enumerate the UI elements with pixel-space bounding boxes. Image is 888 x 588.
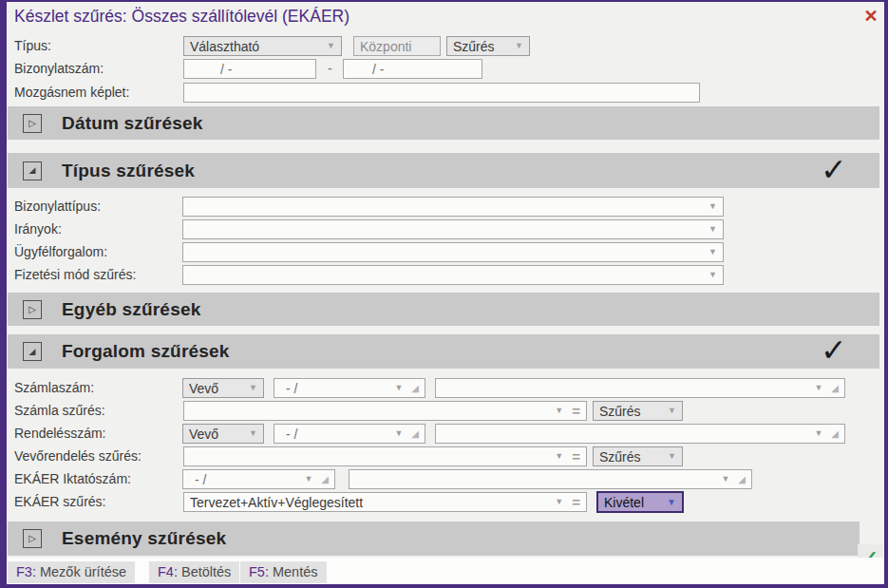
rendelesszam-combo[interactable]: ▼◢	[435, 424, 845, 444]
chevron-down-icon: ▼	[814, 429, 822, 438]
vevorendeles-mode-dropdown[interactable]: Szűrés ▼	[593, 446, 683, 466]
chevron-down-icon: ▼	[555, 407, 563, 415]
browse-corner-icon: ◢	[411, 384, 419, 393]
bizonylatszam-label: Bizonylatszám:	[14, 59, 104, 79]
window-border-left	[0, 0, 7, 588]
rendelesszam-range-combo[interactable]: - / ▼◢	[274, 424, 425, 444]
collapse-icon[interactable]: ◢	[23, 161, 42, 180]
f4-button-label: Betöltés	[178, 564, 231, 579]
chevron-down-icon: ▼	[249, 384, 257, 392]
szamla-szures-mode-value: Szűrés	[599, 404, 641, 419]
iranyok-dropdown[interactable]: ▼	[182, 219, 724, 239]
f3-clear-fields-button[interactable]: F3: Mezők ürítése	[8, 561, 135, 583]
equals-icon: =	[572, 404, 580, 418]
f5-key-label: F5:	[249, 564, 269, 579]
fizetesi-mod-label: Fizetési mód szűrés:	[14, 265, 136, 285]
bizonylattipus-label: Bizonylattípus:	[14, 197, 101, 217]
vevorendeles-mode-value: Szűrés	[599, 449, 641, 465]
ekaer-szures-mode-dropdown[interactable]: Kivétel ▼	[596, 491, 684, 513]
section-title: Esemény szűrések	[62, 528, 226, 549]
szamlaszam-party-value: Vevő	[189, 381, 218, 396]
section-title: Forgalom szűrések	[62, 341, 230, 362]
expand-icon[interactable]: ▷	[23, 300, 42, 319]
ekaer-szures-input[interactable]: Tervezet+Aktív+Véglegesített ▼=	[183, 492, 587, 512]
chevron-down-icon: ▼	[709, 225, 717, 234]
range-separator: -	[328, 59, 332, 79]
section-header-forgalom: ◢ Forgalom szűrések ✓	[8, 334, 879, 369]
ugyfelforgalom-dropdown[interactable]: ▼	[182, 242, 724, 262]
rendelesszam-range-value: - /	[286, 427, 297, 442]
vevorendeles-input[interactable]: ▼=	[183, 446, 587, 466]
browse-corner-icon: ◢	[831, 384, 839, 393]
vevorendeles-label: Vevőrendelés szűrés:	[14, 446, 142, 466]
iktatoszam-range-combo[interactable]: - / ▼◢	[182, 469, 335, 489]
iktatoszam-label: EKÁER Iktatószám:	[14, 469, 131, 489]
bizonylatszam-to-input[interactable]: / -	[343, 59, 482, 79]
chevron-down-icon: ▼	[394, 384, 403, 392]
footer-bar	[7, 558, 884, 584]
window-border-bottom	[0, 584, 888, 588]
close-icon[interactable]: ✕	[860, 5, 882, 28]
browse-corner-icon: ◢	[411, 429, 419, 439]
szamlaszam-combo[interactable]: ▼◢	[435, 378, 845, 398]
expand-icon[interactable]: ▷	[23, 529, 42, 548]
section-title: Egyéb szűrések	[62, 299, 200, 320]
section-header-egyeb: ▷ Egyéb szűrések	[8, 293, 879, 326]
dialog-title: Készlet szűrés: Összes szállítólevél (EK…	[14, 7, 350, 27]
filter-dialog-window: Készlet szűrés: Összes szállítólevél (EK…	[0, 0, 888, 588]
chevron-down-icon: ▼	[249, 429, 257, 438]
szamlaszam-party-dropdown[interactable]: Vevő ▼	[182, 378, 264, 398]
szamlaszam-range-combo[interactable]: - / ▼◢	[274, 378, 425, 398]
ekaer-szures-value: Tervezet+Aktív+Véglegesített	[190, 495, 363, 510]
ugyfelforgalom-label: Ügyfélforgalom:	[14, 242, 107, 262]
kozponti-field: Központi	[353, 36, 441, 56]
szamlaszam-label: Számlaszám:	[14, 378, 94, 398]
browse-corner-icon: ◢	[738, 475, 746, 484]
f3-key-label: F3:	[16, 564, 36, 579]
bizonylatszam-from-input[interactable]: / -	[183, 59, 316, 79]
szamla-szures-input[interactable]: ▼=	[183, 401, 587, 421]
chevron-down-icon: ▼	[327, 42, 335, 50]
browse-corner-icon: ◢	[321, 475, 329, 484]
tipus-szures-value: Szűrés	[453, 39, 495, 54]
fizetesi-mod-dropdown[interactable]: ▼	[182, 265, 724, 285]
chevron-down-icon: ▼	[304, 475, 312, 484]
f4-load-button[interactable]: F4: Betöltés	[149, 561, 239, 583]
kozponti-value: Központi	[360, 39, 411, 54]
window-border-right	[884, 0, 888, 588]
tipus-dropdown-value: Választható	[190, 39, 259, 54]
bizonylattipus-dropdown[interactable]: ▼	[182, 197, 724, 217]
chevron-down-icon: ▼	[515, 42, 523, 50]
tipus-szures-dropdown[interactable]: Szűrés ▼	[446, 36, 530, 56]
section-header-datum: ▷ Dátum szűrések	[8, 106, 879, 140]
chevron-down-icon: ▼	[394, 429, 403, 438]
tipus-dropdown[interactable]: Választható ▼	[183, 36, 342, 56]
bizonylatszam-from-value: / -	[220, 62, 232, 77]
ekaer-szures-label: EKÁER szűrés:	[14, 492, 105, 512]
szamla-szures-mode-dropdown[interactable]: Szűrés ▼	[593, 401, 683, 421]
iktatoszam-combo[interactable]: ▼◢	[349, 469, 752, 489]
mozgasnem-input[interactable]	[183, 83, 700, 103]
section-header-esemeny: ▷ Esemény szűrések	[8, 522, 860, 556]
collapse-icon[interactable]: ◢	[23, 342, 42, 361]
section-title: Dátum szűrések	[62, 113, 203, 134]
section-title: Típus szűrések	[62, 161, 195, 181]
chevron-down-icon: ▼	[668, 452, 676, 461]
section-active-check-icon: ✓	[821, 150, 847, 187]
tipus-label: Típus:	[14, 36, 51, 56]
equals-icon: =	[572, 449, 580, 464]
f4-key-label: F4:	[158, 564, 178, 579]
chevron-down-icon: ▼	[667, 498, 676, 507]
window-border-top	[0, 0, 888, 2]
chevron-down-icon: ▼	[709, 248, 717, 256]
chevron-down-icon: ▼	[814, 384, 822, 392]
section-header-tipus: ◢ Típus szűrések ✓	[8, 153, 879, 188]
f5-save-button[interactable]: F5: Mentés	[240, 561, 327, 583]
bizonylatszam-to-value: / -	[372, 62, 384, 77]
expand-icon[interactable]: ▷	[23, 114, 42, 133]
mozgasnem-label: Mozgásnem képlet:	[14, 83, 129, 103]
f3-button-label: Mezők ürítése	[36, 564, 126, 579]
rendelesszam-label: Rendelésszám:	[14, 424, 106, 444]
szamlaszam-range-value: - /	[286, 381, 297, 396]
rendelesszam-party-dropdown[interactable]: Vevő ▼	[182, 424, 264, 444]
